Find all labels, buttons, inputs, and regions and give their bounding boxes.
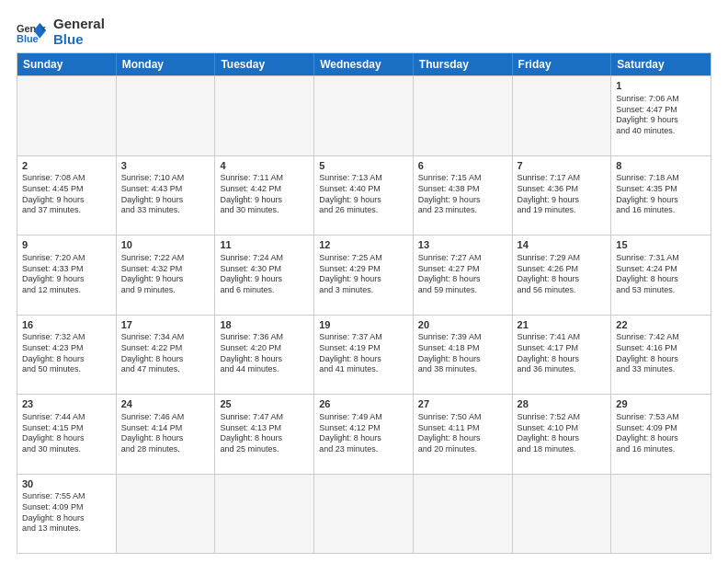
day-info: Sunrise: 7:46 AM Sunset: 4:14 PM Dayligh… — [121, 412, 210, 455]
calendar-cell-empty — [117, 76, 216, 155]
weekday-header-sunday: Sunday — [17, 53, 117, 75]
day-number: 4 — [220, 159, 309, 173]
day-number: 10 — [121, 238, 210, 252]
day-info: Sunrise: 7:44 AM Sunset: 4:15 PM Dayligh… — [22, 412, 111, 455]
day-number: 28 — [518, 397, 607, 411]
day-number: 24 — [121, 397, 210, 411]
calendar-day-22: 22Sunrise: 7:42 AM Sunset: 4:16 PM Dayli… — [611, 316, 711, 395]
day-number: 18 — [220, 318, 309, 332]
day-number: 3 — [121, 159, 210, 173]
day-number: 23 — [22, 397, 111, 411]
day-number: 16 — [22, 318, 111, 332]
calendar-row-0: 1Sunrise: 7:06 AM Sunset: 4:47 PM Daylig… — [17, 75, 711, 155]
logo-general-text: General — [53, 17, 105, 32]
day-number: 13 — [418, 238, 507, 252]
day-info: Sunrise: 7:47 AM Sunset: 4:13 PM Dayligh… — [220, 412, 309, 455]
calendar-cell-empty — [611, 475, 711, 554]
day-info: Sunrise: 7:42 AM Sunset: 4:16 PM Dayligh… — [616, 332, 706, 375]
calendar-day-30: 30Sunrise: 7:55 AM Sunset: 4:09 PM Dayli… — [17, 475, 117, 554]
day-info: Sunrise: 7:31 AM Sunset: 4:24 PM Dayligh… — [616, 253, 706, 296]
weekday-header-friday: Friday — [513, 53, 612, 75]
weekday-header-saturday: Saturday — [611, 53, 711, 75]
day-info: Sunrise: 7:17 AM Sunset: 4:36 PM Dayligh… — [518, 173, 607, 216]
calendar-cell-empty — [414, 475, 513, 554]
calendar-day-6: 6Sunrise: 7:15 AM Sunset: 4:38 PM Daylig… — [414, 156, 513, 236]
day-number: 2 — [22, 159, 111, 173]
weekday-header-tuesday: Tuesday — [215, 53, 314, 75]
calendar-day-21: 21Sunrise: 7:41 AM Sunset: 4:17 PM Dayli… — [513, 316, 612, 395]
svg-text:Blue: Blue — [17, 32, 39, 43]
day-info: Sunrise: 7:24 AM Sunset: 4:30 PM Dayligh… — [220, 253, 309, 296]
calendar-day-29: 29Sunrise: 7:53 AM Sunset: 4:09 PM Dayli… — [611, 395, 711, 474]
page: General Blue General Blue SundayMondayTu… — [0, 0, 728, 563]
calendar-day-11: 11Sunrise: 7:24 AM Sunset: 4:30 PM Dayli… — [215, 236, 314, 315]
day-number: 20 — [418, 318, 507, 332]
calendar-day-25: 25Sunrise: 7:47 AM Sunset: 4:13 PM Dayli… — [215, 395, 314, 474]
calendar-cell-empty — [513, 76, 612, 155]
day-number: 17 — [121, 318, 210, 332]
day-info: Sunrise: 7:11 AM Sunset: 4:42 PM Dayligh… — [220, 173, 309, 216]
calendar-header: SundayMondayTuesdayWednesdayThursdayFrid… — [17, 53, 711, 75]
day-info: Sunrise: 7:52 AM Sunset: 4:10 PM Dayligh… — [518, 412, 607, 455]
calendar-cell-empty — [215, 76, 314, 155]
day-number: 14 — [518, 238, 607, 252]
day-number: 9 — [22, 238, 111, 252]
day-number: 19 — [319, 318, 408, 332]
day-number: 30 — [22, 477, 111, 491]
calendar-day-5: 5Sunrise: 7:13 AM Sunset: 4:40 PM Daylig… — [314, 156, 414, 236]
day-number: 27 — [418, 397, 507, 411]
calendar-cell-empty — [513, 475, 612, 554]
calendar-cell-empty — [314, 76, 414, 155]
weekday-header-thursday: Thursday — [414, 53, 513, 75]
calendar-row-4: 23Sunrise: 7:44 AM Sunset: 4:15 PM Dayli… — [17, 394, 711, 474]
logo-blue-text: Blue — [53, 32, 105, 48]
day-info: Sunrise: 7:39 AM Sunset: 4:18 PM Dayligh… — [418, 332, 507, 375]
calendar-cell-empty — [117, 475, 216, 554]
calendar-day-26: 26Sunrise: 7:49 AM Sunset: 4:12 PM Dayli… — [314, 395, 414, 474]
calendar-day-3: 3Sunrise: 7:10 AM Sunset: 4:43 PM Daylig… — [117, 156, 216, 236]
day-info: Sunrise: 7:32 AM Sunset: 4:23 PM Dayligh… — [22, 332, 111, 375]
calendar-day-24: 24Sunrise: 7:46 AM Sunset: 4:14 PM Dayli… — [117, 395, 216, 474]
calendar: SundayMondayTuesdayWednesdayThursdayFrid… — [17, 52, 711, 554]
day-info: Sunrise: 7:27 AM Sunset: 4:27 PM Dayligh… — [418, 253, 507, 296]
calendar-day-2: 2Sunrise: 7:08 AM Sunset: 4:45 PM Daylig… — [17, 156, 117, 236]
calendar-cell-empty — [414, 76, 513, 155]
day-info: Sunrise: 7:13 AM Sunset: 4:40 PM Dayligh… — [319, 173, 408, 216]
day-info: Sunrise: 7:34 AM Sunset: 4:22 PM Dayligh… — [121, 332, 210, 375]
calendar-day-16: 16Sunrise: 7:32 AM Sunset: 4:23 PM Dayli… — [17, 316, 117, 395]
day-number: 15 — [616, 238, 706, 252]
calendar-day-8: 8Sunrise: 7:18 AM Sunset: 4:35 PM Daylig… — [611, 156, 711, 236]
calendar-day-12: 12Sunrise: 7:25 AM Sunset: 4:29 PM Dayli… — [314, 236, 414, 315]
day-info: Sunrise: 7:29 AM Sunset: 4:26 PM Dayligh… — [518, 253, 607, 296]
calendar-day-17: 17Sunrise: 7:34 AM Sunset: 4:22 PM Dayli… — [117, 316, 216, 395]
day-info: Sunrise: 7:18 AM Sunset: 4:35 PM Dayligh… — [616, 173, 706, 216]
day-info: Sunrise: 7:20 AM Sunset: 4:33 PM Dayligh… — [22, 253, 111, 296]
day-number: 1 — [616, 79, 706, 93]
day-info: Sunrise: 7:25 AM Sunset: 4:29 PM Dayligh… — [319, 253, 408, 296]
day-info: Sunrise: 7:37 AM Sunset: 4:19 PM Dayligh… — [319, 332, 408, 375]
calendar-cell-empty — [17, 76, 117, 155]
day-number: 6 — [418, 159, 507, 173]
day-info: Sunrise: 7:10 AM Sunset: 4:43 PM Dayligh… — [121, 173, 210, 216]
day-number: 7 — [518, 159, 607, 173]
day-number: 21 — [518, 318, 607, 332]
calendar-day-18: 18Sunrise: 7:36 AM Sunset: 4:20 PM Dayli… — [215, 316, 314, 395]
weekday-header-monday: Monday — [117, 53, 216, 75]
calendar-day-28: 28Sunrise: 7:52 AM Sunset: 4:10 PM Dayli… — [513, 395, 612, 474]
calendar-day-19: 19Sunrise: 7:37 AM Sunset: 4:19 PM Dayli… — [314, 316, 414, 395]
calendar-day-20: 20Sunrise: 7:39 AM Sunset: 4:18 PM Dayli… — [414, 316, 513, 395]
calendar-day-1: 1Sunrise: 7:06 AM Sunset: 4:47 PM Daylig… — [611, 76, 711, 155]
day-info: Sunrise: 7:08 AM Sunset: 4:45 PM Dayligh… — [22, 173, 111, 216]
header: General Blue General Blue — [17, 17, 711, 47]
calendar-day-9: 9Sunrise: 7:20 AM Sunset: 4:33 PM Daylig… — [17, 236, 117, 315]
calendar-row-3: 16Sunrise: 7:32 AM Sunset: 4:23 PM Dayli… — [17, 315, 711, 395]
day-info: Sunrise: 7:50 AM Sunset: 4:11 PM Dayligh… — [418, 412, 507, 455]
logo: General Blue General Blue — [17, 17, 105, 47]
weekday-header-wednesday: Wednesday — [314, 53, 414, 75]
day-info: Sunrise: 7:55 AM Sunset: 4:09 PM Dayligh… — [22, 491, 111, 534]
day-info: Sunrise: 7:41 AM Sunset: 4:17 PM Dayligh… — [518, 332, 607, 375]
calendar-day-23: 23Sunrise: 7:44 AM Sunset: 4:15 PM Dayli… — [17, 395, 117, 474]
day-number: 8 — [616, 159, 706, 173]
calendar-cell-empty — [314, 475, 414, 554]
day-info: Sunrise: 7:53 AM Sunset: 4:09 PM Dayligh… — [616, 412, 706, 455]
